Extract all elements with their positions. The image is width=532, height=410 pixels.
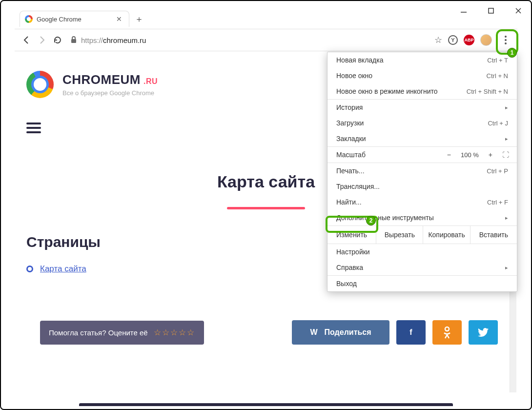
window-close-button[interactable] (511, 3, 526, 19)
menu-edit-copy[interactable]: Копировать (423, 226, 470, 244)
site-subtitle: Все о браузере Google Chrome (62, 89, 158, 97)
site-logo-icon (26, 71, 54, 98)
chrome-menu-button[interactable] (498, 32, 513, 48)
svg-rect-4 (71, 39, 76, 43)
chrome-menu: Новая вкладка Ctrl + T Новое окно Ctrl +… (327, 52, 517, 292)
window-controls (456, 1, 526, 20)
lock-icon (70, 36, 77, 45)
menu-item-bookmarks[interactable]: Закладки (327, 131, 517, 146)
share-twitter-button[interactable] (469, 320, 498, 345)
menu-item-exit[interactable]: Выход (327, 276, 517, 291)
site-title: CHROMEUM .RU (62, 72, 158, 87)
page-footer-bar (79, 403, 453, 406)
menu-item-incognito[interactable]: Новое окно в режиме инкогнито Ctrl + Shi… (327, 83, 517, 99)
nav-forward-button[interactable] (35, 33, 49, 47)
extension-yandex-icon[interactable]: Y (448, 35, 458, 45)
link-sitemap[interactable]: Карта сайта (40, 264, 86, 274)
page-footer: Помогла статья? Оцените её ☆☆☆☆☆ W Подел… (40, 320, 498, 345)
extension-abp-icon[interactable]: ABP (464, 35, 474, 45)
twitter-icon (478, 328, 489, 337)
share-vk-button[interactable]: W Поделиться (292, 320, 389, 345)
address-bar[interactable]: https:// chromeum.ru (70, 36, 430, 45)
menu-item-new-window[interactable]: Новое окно Ctrl + N (327, 68, 517, 83)
rating-box[interactable]: Помогла статья? Оцените её ☆☆☆☆☆ (40, 321, 204, 345)
chrome-favicon-icon (25, 15, 33, 23)
vk-icon: W (310, 328, 317, 337)
browser-tab[interactable]: Google Chrome ✕ (20, 11, 129, 27)
new-tab-button[interactable]: ＋ (132, 12, 146, 26)
facebook-icon: f (409, 328, 412, 337)
menu-item-edit: Изменить Вырезать Копировать Вставить (327, 226, 517, 244)
menu-item-more-tools[interactable]: Дополнительные инструменты (327, 210, 517, 226)
tab-close-button[interactable]: ✕ (116, 15, 122, 23)
svg-point-5 (445, 327, 449, 331)
menu-item-zoom: Масштаб − 100 % + ⛶ (327, 147, 517, 163)
menu-edit-paste[interactable]: Вставить (470, 226, 517, 244)
url-protocol: https:// (81, 36, 103, 44)
tab-title: Google Chrome (37, 16, 82, 23)
browser-toolbar: https:// chromeum.ru ☆ Y ABP (15, 29, 517, 51)
profile-avatar-icon[interactable] (480, 34, 492, 46)
bookmark-star-icon[interactable]: ☆ (434, 35, 442, 45)
tab-strip: Google Chrome ✕ ＋ (20, 11, 146, 27)
menu-item-print[interactable]: Печать... Ctrl + P (327, 163, 517, 179)
ok-icon (443, 326, 451, 339)
window-maximize-button[interactable] (483, 3, 499, 19)
menu-item-settings[interactable]: Настройки (327, 244, 517, 260)
bullet-icon (26, 266, 33, 272)
nav-back-button[interactable] (20, 33, 33, 47)
svg-rect-1 (489, 8, 493, 13)
nav-reload-button[interactable] (51, 33, 64, 47)
menu-item-history[interactable]: История (327, 100, 517, 115)
rating-stars[interactable]: ☆☆☆☆☆ (154, 328, 195, 338)
window-minimize-button[interactable] (456, 3, 471, 19)
share-ok-button[interactable] (432, 320, 462, 345)
kebab-icon (505, 36, 507, 44)
annotation-badge-2: 2 (366, 216, 376, 226)
annotation-badge-1: 1 (507, 48, 517, 58)
rating-label: Помогла статья? Оцените её (49, 328, 148, 337)
zoom-out-button[interactable]: − (447, 151, 451, 159)
url-host: chromeum.ru (103, 36, 146, 44)
menu-item-help[interactable]: Справка (327, 260, 517, 275)
menu-item-downloads[interactable]: Загрузки Ctrl + J (327, 115, 517, 131)
menu-item-find[interactable]: Найти... Ctrl + F (327, 194, 517, 210)
menu-item-cast[interactable]: Трансляция... (327, 179, 517, 194)
title-underline (227, 207, 305, 209)
zoom-value: 100 % (461, 151, 479, 159)
fullscreen-icon[interactable]: ⛶ (502, 151, 508, 159)
share-facebook-button[interactable]: f (396, 320, 426, 345)
zoom-in-button[interactable]: + (489, 151, 492, 159)
browser-window: Google Chrome ✕ ＋ https:// chromeum.ru ☆… (0, 0, 532, 410)
toolbar-right: ☆ Y ABP (434, 32, 513, 48)
menu-item-new-tab[interactable]: Новая вкладка Ctrl + T (327, 52, 517, 68)
site-nav-hamburger[interactable] (26, 123, 41, 133)
menu-edit-cut[interactable]: Вырезать (376, 226, 423, 244)
